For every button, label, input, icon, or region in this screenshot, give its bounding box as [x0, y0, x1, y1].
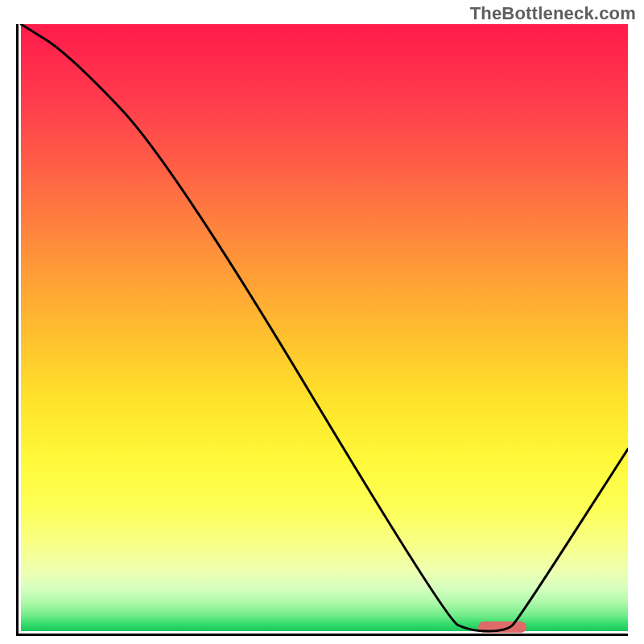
bottleneck-curve-line — [19, 24, 628, 634]
chart-area — [16, 24, 628, 636]
watermark-text: TheBottleneck.com — [470, 3, 636, 24]
